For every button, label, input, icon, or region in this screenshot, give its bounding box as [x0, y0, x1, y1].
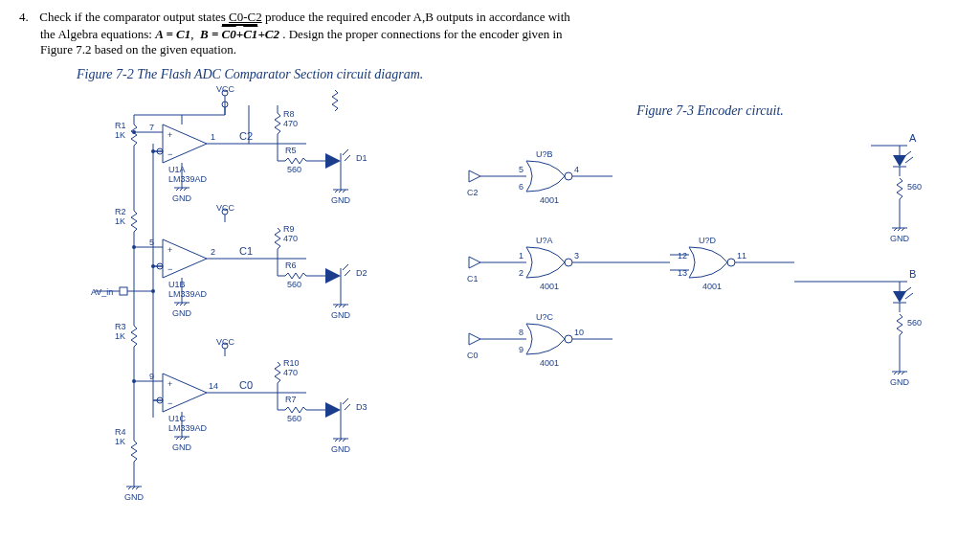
r8-val: 470 — [283, 119, 298, 128]
u2a-p2: 2 — [519, 268, 523, 278]
svg-point-63 — [151, 149, 155, 153]
q-text-1b: produce the required encoder A,B outputs… — [265, 10, 570, 24]
u2c-name: U?C — [536, 312, 554, 322]
rb-val: 560 — [907, 318, 922, 328]
d2-gnd: GND — [331, 310, 351, 320]
question-line1: 4. Check if the comparator output states… — [19, 10, 961, 25]
r9-name: R9 — [283, 224, 295, 234]
u2c-p2: 9 — [519, 345, 523, 354]
u2d-po: 11 — [737, 251, 746, 261]
q-text-2a: the Algebra equations: — [40, 27, 155, 41]
eq-b-lhs: B = — [200, 27, 222, 41]
u1a-out: 1 — [211, 132, 215, 142]
avin-label: AV_in — [91, 287, 113, 297]
u1a-name: U1A — [168, 165, 186, 174]
r6-val: 560 — [287, 280, 301, 289]
d1-label: D1 — [356, 153, 368, 163]
eq-b-t2: C1 — [243, 27, 257, 41]
r4-val: 1K — [115, 437, 125, 446]
d2-label: D2 — [356, 268, 368, 278]
rb-gnd: GND — [890, 377, 910, 387]
enc-c2: C2 — [467, 188, 479, 197]
u2b-po: 4 — [574, 165, 579, 174]
vcc2: VCC — [216, 203, 235, 213]
u2c-p1: 8 — [519, 328, 523, 337]
ra-gnd: GND — [890, 234, 910, 243]
u2a-po: 3 — [574, 251, 579, 261]
question-line2: the Algebra equations: A = C1, B = C0+C1… — [40, 27, 961, 42]
u1b-name: U1B — [168, 280, 186, 289]
r10-name: R10 — [283, 358, 300, 368]
r7-name: R7 — [285, 395, 297, 404]
enc-c1: C1 — [467, 274, 479, 283]
u1c-name: U1C — [168, 414, 187, 423]
u2d-name: U?D — [699, 236, 717, 245]
r5-val: 560 — [287, 165, 301, 174]
encoder-diagram: Figure 7-3 Encoder circuit. C2 C1 C0 U?B… — [431, 86, 961, 508]
q-c-range: C0-C2 — [229, 10, 262, 24]
d1-gnd: GND — [331, 195, 351, 205]
comparator-diagram: + − VCC R1 1K R2 1K R3 1K R4 1K GND AV_i… — [19, 86, 431, 508]
ra-val: 560 — [907, 182, 922, 192]
u1c-pin9: 9 — [149, 372, 154, 381]
r1-val: 1K — [115, 130, 125, 140]
c1-label: C1 — [239, 245, 253, 257]
question-number: 4. — [19, 10, 36, 25]
svg-point-64 — [151, 264, 155, 268]
eq-a: A = C1 — [155, 27, 190, 41]
eq-b-p2: + — [257, 27, 264, 41]
enc-c0: C0 — [467, 351, 479, 360]
question-line3: Figure 7.2 based on the given equation. — [40, 42, 961, 57]
r5-name: R5 — [285, 146, 297, 155]
d3-gnd: GND — [331, 444, 351, 454]
vcc3: VCC — [216, 337, 235, 347]
out-a: A — [909, 132, 917, 144]
r10-val: 470 — [283, 368, 298, 377]
out-b: B — [909, 268, 916, 280]
d3-label: D3 — [356, 402, 368, 412]
r2-name: R2 — [115, 207, 126, 216]
figure-7-2-caption: Figure 7-2 The Flash ADC Comparator Sect… — [77, 67, 961, 82]
u1a-part: LM339AD — [168, 174, 208, 184]
u2b-p1: 5 — [519, 165, 523, 174]
svg-rect-20 — [120, 287, 127, 295]
svg-point-39 — [132, 245, 136, 249]
figure-7-3-caption: Figure 7-3 Encoder circuit. — [459, 103, 961, 119]
u2b-name: U?B — [536, 149, 553, 159]
r2-val: 1K — [115, 216, 125, 226]
u2b-part: 4001 — [540, 195, 559, 205]
u1b-gnd: GND — [172, 308, 192, 318]
vcc-label: VCC — [216, 86, 235, 94]
u1c-part: LM339AD — [168, 423, 208, 433]
u2a-name: U?A — [536, 236, 553, 245]
q-text-2b: . Design the proper connections for the … — [282, 27, 562, 41]
u2a-p1: 1 — [519, 251, 523, 261]
u1c-gnd: GND — [172, 442, 192, 452]
u1a-pin7: 7 — [149, 123, 154, 132]
r3-val: 1K — [115, 331, 125, 341]
u2c-part: 4001 — [540, 358, 559, 368]
r9-val: 470 — [283, 234, 298, 243]
r7-val: 560 — [287, 414, 301, 423]
u1c-out: 14 — [209, 381, 218, 391]
u1b-out: 2 — [211, 247, 215, 257]
u2c-po: 10 — [574, 328, 584, 337]
u2d-part: 4001 — [702, 282, 722, 291]
eq-b-t1: C0 — [222, 27, 236, 41]
r1-name: R1 — [115, 121, 126, 130]
u2d-p1: 12 — [678, 251, 687, 261]
gnd-r4: GND — [124, 492, 145, 502]
eq-b-t3: C2 — [265, 27, 279, 41]
r3-name: R3 — [115, 322, 126, 331]
r8-name: R8 — [283, 109, 295, 119]
c2-label: C2 — [239, 130, 253, 142]
svg-point-24 — [132, 130, 136, 134]
r6-name: R6 — [285, 261, 297, 270]
u2a-part: 4001 — [540, 282, 559, 291]
r4-name: R4 — [115, 427, 126, 437]
q-text-1a: Check if the comparator output states — [39, 10, 229, 24]
u1a-gnd: GND — [172, 193, 192, 203]
svg-point-50 — [132, 379, 136, 383]
c0-label: C0 — [239, 379, 253, 391]
u1b-pin5: 5 — [149, 238, 154, 247]
